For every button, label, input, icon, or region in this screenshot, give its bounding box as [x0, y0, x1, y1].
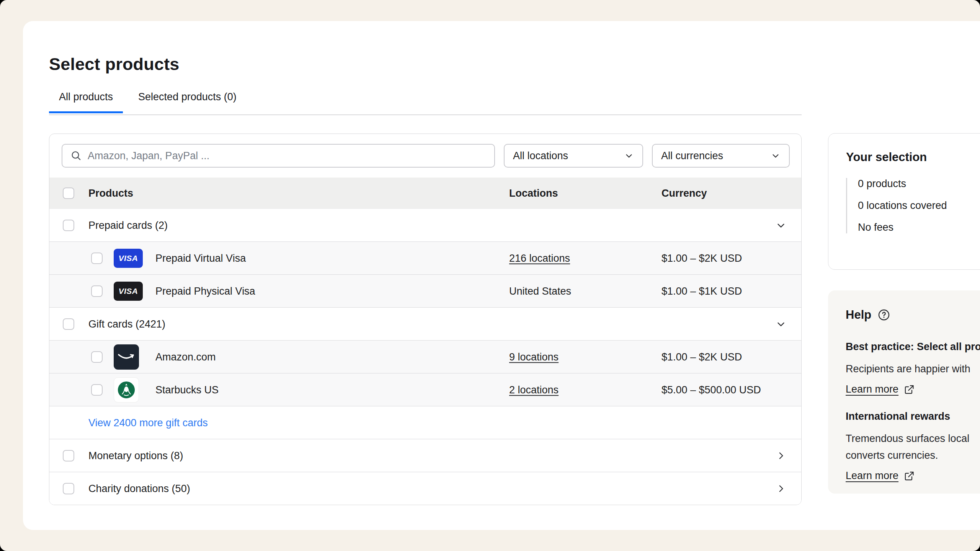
help-card-title: Help — [846, 308, 871, 322]
group-row-gift-cards[interactable]: Gift cards (2421) — [49, 307, 801, 340]
product-row-amazon[interactable]: Amazon.com 9 locations $1.00 – $2K USD — [49, 340, 801, 373]
currency-range: $1.00 – $2K USD — [662, 351, 742, 363]
chevron-right-icon[interactable] — [775, 483, 787, 494]
product-name: Starbucks US — [155, 384, 219, 396]
currency-range: $1.00 – $2K USD — [662, 252, 742, 264]
chevron-down-icon — [771, 151, 781, 161]
help-section-body: converts currencies. — [846, 447, 980, 464]
tabs: All products Selected products (0) — [49, 91, 247, 113]
question-circle-icon[interactable] — [877, 308, 890, 321]
locations-link[interactable]: 9 locations — [509, 351, 559, 363]
group-row-charity-donations[interactable]: Charity donations (50) — [49, 472, 801, 505]
column-header-locations: Locations — [509, 187, 558, 199]
group-row-prepaid-cards[interactable]: Prepaid cards (2) — [49, 209, 801, 241]
group-label: Monetary options (8) — [88, 450, 183, 461]
group-checkbox[interactable] — [63, 450, 74, 461]
currency-range: $1.00 – $1K USD — [662, 285, 742, 297]
external-link-icon — [904, 471, 915, 481]
product-row-starbucks[interactable]: Starbucks US 2 locations $5.00 – $500.00… — [49, 373, 801, 406]
product-row-prepaid-physical-visa[interactable]: VISA Prepaid Physical Visa United States… — [49, 274, 801, 307]
search-icon — [70, 150, 82, 162]
locations-link[interactable]: 2 locations — [509, 384, 559, 396]
amazon-logo-icon — [114, 344, 139, 370]
currency-filter-value: All currencies — [661, 150, 723, 162]
product-row-prepaid-virtual-visa[interactable]: VISA Prepaid Virtual Visa 216 locations … — [49, 241, 801, 274]
starbucks-logo-icon — [114, 377, 139, 403]
product-checkbox[interactable] — [91, 384, 103, 396]
column-header-currency: Currency — [662, 187, 707, 199]
currency-range: $5.00 – $500.00 USD — [662, 384, 761, 396]
product-checkbox[interactable] — [91, 351, 103, 363]
chevron-down-icon[interactable] — [775, 220, 787, 231]
help-section-body: Tremendous surfaces local — [846, 430, 980, 447]
visa-blue-badge-icon: VISA — [114, 249, 143, 268]
selection-products-count: 0 products — [858, 178, 980, 190]
learn-more-link[interactable]: Learn more — [846, 470, 980, 482]
group-checkbox[interactable] — [63, 220, 74, 231]
view-more-row: View 2400 more gift cards — [49, 406, 801, 439]
product-name: Amazon.com — [155, 351, 216, 363]
select-all-checkbox[interactable] — [63, 187, 74, 199]
locations-filter-select[interactable]: All locations — [504, 144, 643, 168]
filter-bar: Amazon, Japan, PayPal ... All locations … — [49, 134, 801, 178]
page-title: Select products — [49, 54, 180, 74]
page: Select products All products Selected pr… — [0, 0, 980, 551]
table-header: Products Locations Currency — [49, 178, 801, 209]
external-link-icon — [904, 384, 915, 395]
group-label: Prepaid cards (2) — [88, 219, 168, 231]
help-section-heading: International rewards — [846, 411, 980, 422]
group-label: Gift cards (2421) — [88, 318, 165, 330]
help-section-body: Recipients are happier with — [846, 360, 980, 377]
view-more-gift-cards-link[interactable]: View 2400 more gift cards — [88, 417, 208, 429]
visa-black-badge-icon: VISA — [114, 282, 143, 301]
selection-list: 0 products 0 locations covered No fees — [846, 178, 980, 233]
learn-more-link[interactable]: Learn more — [846, 383, 980, 395]
product-checkbox[interactable] — [91, 253, 103, 264]
visa-badge-label: VISA — [118, 254, 138, 263]
group-checkbox[interactable] — [63, 483, 74, 494]
products-panel: Amazon, Japan, PayPal ... All locations … — [49, 134, 802, 505]
selection-card-title: Your selection — [846, 150, 980, 164]
selection-locations-count: 0 locations covered — [858, 200, 980, 212]
learn-more-label: Learn more — [846, 470, 898, 482]
selection-summary-card: Your selection 0 products 0 locations co… — [828, 133, 980, 270]
product-name: Prepaid Virtual Visa — [155, 252, 246, 264]
visa-badge-label: VISA — [118, 287, 138, 296]
tabs-divider — [49, 114, 802, 115]
chevron-down-icon — [624, 151, 634, 161]
group-row-monetary-options[interactable]: Monetary options (8) — [49, 439, 801, 472]
learn-more-label: Learn more — [846, 383, 898, 395]
chevron-down-icon[interactable] — [775, 318, 787, 330]
column-header-products: Products — [88, 187, 133, 199]
group-checkbox[interactable] — [63, 318, 74, 330]
locations-text: United States — [509, 285, 571, 297]
locations-filter-value: All locations — [513, 150, 568, 162]
help-card: Help Best practice: Select all pro Recip… — [828, 290, 980, 494]
currency-filter-select[interactable]: All currencies — [652, 144, 790, 168]
tab-all-products[interactable]: All products — [49, 91, 123, 113]
help-section-heading: Best practice: Select all pro — [846, 341, 980, 353]
tab-selected-products[interactable]: Selected products (0) — [128, 91, 247, 113]
chevron-right-icon[interactable] — [775, 450, 787, 461]
product-checkbox[interactable] — [91, 285, 103, 297]
search-placeholder: Amazon, Japan, PayPal ... — [88, 150, 209, 162]
selection-fees: No fees — [858, 222, 980, 233]
search-input[interactable]: Amazon, Japan, PayPal ... — [62, 144, 495, 168]
locations-link[interactable]: 216 locations — [509, 252, 570, 264]
group-label: Charity donations (50) — [88, 483, 190, 494]
product-name: Prepaid Physical Visa — [155, 285, 255, 297]
